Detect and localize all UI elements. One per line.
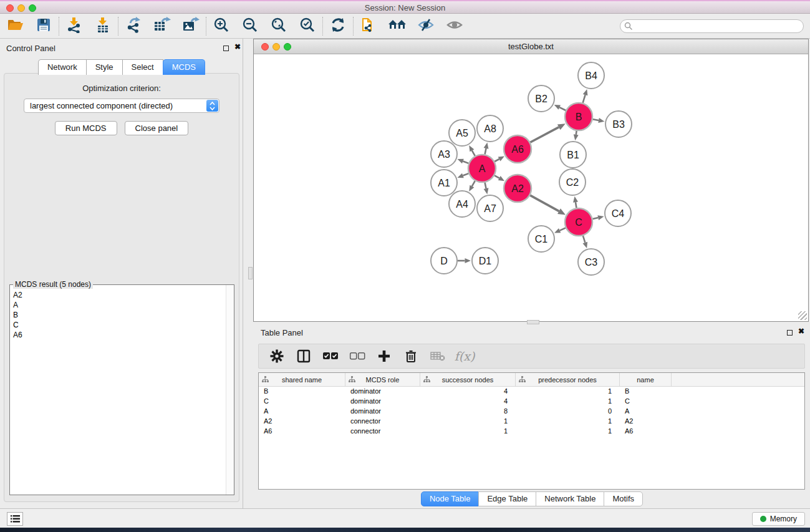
- edge-A-A1[interactable]: [463, 173, 468, 175]
- edge-A-A5[interactable]: [472, 150, 475, 156]
- edge-B-B4[interactable]: [583, 95, 586, 103]
- optimization-criterion-select[interactable]: largest connected component (directed): [24, 99, 219, 113]
- edge-B-B1[interactable]: [576, 131, 577, 135]
- tab-network-table[interactable]: Network Table: [536, 491, 604, 506]
- close-panel-button[interactable]: Close panel: [125, 121, 189, 135]
- column-settings-gear-icon[interactable]: [269, 348, 285, 364]
- search-input[interactable]: [620, 19, 804, 33]
- cell-successor-nodes[interactable]: 4: [420, 397, 516, 407]
- cell-predecessor-nodes[interactable]: 1: [516, 417, 620, 427]
- edge-C-C2[interactable]: [576, 202, 576, 208]
- export-network-button[interactable]: [124, 17, 143, 36]
- cell-mcds-role[interactable]: connector: [345, 427, 420, 437]
- node-table[interactable]: shared nameMCDS rolesuccessor nodesprede…: [258, 372, 805, 490]
- mcds-result-item[interactable]: B: [13, 310, 225, 320]
- cell-name[interactable]: A6: [620, 427, 672, 437]
- edge-A-A6[interactable]: [494, 159, 499, 162]
- tab-mcds[interactable]: MCDS: [163, 59, 205, 75]
- cell-mcds-role[interactable]: dominator: [345, 407, 420, 417]
- cell-mcds-role[interactable]: dominator: [345, 397, 420, 407]
- mcds-result-item[interactable]: A2: [13, 290, 225, 300]
- cell-successor-nodes[interactable]: 1: [420, 417, 516, 427]
- splitpane-grip-horizontal[interactable]: [527, 320, 539, 324]
- cell-predecessor-nodes[interactable]: 1: [516, 387, 620, 397]
- show-panels-button[interactable]: [7, 512, 23, 526]
- column-header-predecessor-nodes[interactable]: predecessor nodes: [516, 373, 620, 386]
- edge-A6-B[interactable]: [530, 127, 559, 142]
- table-row[interactable]: Adominator80A: [259, 407, 804, 417]
- splitpane-grip-vertical[interactable]: [248, 267, 253, 279]
- export-image-button[interactable]: [181, 17, 200, 36]
- cell-shared-name[interactable]: A2: [259, 417, 345, 427]
- edge-B-B2[interactable]: [559, 107, 566, 110]
- function-builder-button[interactable]: f(x): [456, 348, 473, 364]
- import-table-button[interactable]: [94, 17, 112, 36]
- tab-network[interactable]: Network: [38, 59, 87, 75]
- cell-predecessor-nodes[interactable]: 0: [516, 407, 620, 417]
- zoom-selected-button[interactable]: [298, 17, 317, 36]
- tab-edge-table[interactable]: Edge Table: [478, 491, 536, 506]
- column-header-successor-nodes[interactable]: successor nodes: [420, 373, 516, 386]
- edge-C-C4[interactable]: [592, 218, 598, 219]
- tab-style[interactable]: Style: [86, 59, 123, 75]
- column-header-shared-name[interactable]: shared name: [259, 373, 345, 386]
- hide-graphics-details-button[interactable]: [417, 17, 435, 36]
- close-panel-icon[interactable]: ✖: [234, 42, 241, 51]
- mcds-result-scrollbar[interactable]: [226, 285, 234, 495]
- memory-button[interactable]: Memory: [752, 512, 805, 526]
- edge-A-A8[interactable]: [485, 148, 486, 155]
- cell-name[interactable]: C: [620, 397, 672, 407]
- cell-shared-name[interactable]: A: [259, 407, 345, 417]
- refresh-button[interactable]: [329, 17, 347, 36]
- float-panel-icon[interactable]: [223, 46, 229, 51]
- column-header-name[interactable]: name: [620, 373, 672, 386]
- edge-A2-C[interactable]: [530, 195, 559, 211]
- unselect-all-icon[interactable]: [349, 348, 365, 364]
- cell-successor-nodes[interactable]: 4: [420, 387, 516, 397]
- network-canvas[interactable]: B4B2BB3A8A5A6A3B1AC2A1A2A4A7C4CC1C3DD1: [254, 54, 808, 321]
- mcds-result-item[interactable]: A: [13, 300, 225, 310]
- cell-shared-name[interactable]: C: [259, 397, 345, 407]
- cell-successor-nodes[interactable]: 8: [420, 407, 516, 417]
- cell-name[interactable]: B: [620, 387, 672, 397]
- table-row[interactable]: A6connector11A6: [259, 427, 804, 437]
- close-table-panel-icon[interactable]: ✖: [798, 327, 804, 336]
- edge-A-A7[interactable]: [485, 183, 486, 189]
- add-row-icon[interactable]: [376, 348, 392, 364]
- cell-shared-name[interactable]: A6: [259, 427, 345, 437]
- delete-table-icon[interactable]: [430, 348, 446, 364]
- zoom-in-button[interactable]: [212, 17, 231, 36]
- edge-A-A4[interactable]: [472, 181, 475, 186]
- select-all-icon[interactable]: [322, 348, 339, 364]
- cell-name[interactable]: A: [620, 407, 672, 417]
- network-window-titlebar[interactable]: testGlobe.txt: [254, 39, 808, 54]
- column-header-mcds-role[interactable]: MCDS role: [345, 373, 420, 386]
- show-columns-icon[interactable]: [296, 348, 312, 364]
- cell-shared-name[interactable]: B: [259, 387, 345, 397]
- save-session-button[interactable]: [34, 17, 53, 36]
- mcds-result-list[interactable]: A2ABCA6: [11, 289, 225, 494]
- first-neighbors-button[interactable]: [388, 17, 407, 36]
- table-row[interactable]: Cdominator41C: [259, 397, 804, 407]
- edge-A-A3[interactable]: [463, 161, 468, 163]
- zoom-out-button[interactable]: [241, 17, 259, 36]
- cell-mcds-role[interactable]: dominator: [345, 387, 420, 397]
- table-row[interactable]: A2connector11A2: [259, 417, 804, 427]
- cell-successor-nodes[interactable]: 1: [420, 427, 516, 437]
- network-graph[interactable]: B4B2BB3A8A5A6A3B1AC2A1A2A4A7C4CC1C3DD1: [254, 54, 808, 321]
- new-network-from-file-button[interactable]: [359, 17, 378, 36]
- mcds-result-item[interactable]: C: [13, 320, 225, 330]
- zoom-fit-button[interactable]: [269, 17, 288, 36]
- edge-C-C3[interactable]: [583, 236, 585, 243]
- cell-name[interactable]: A2: [620, 417, 672, 427]
- cell-mcds-role[interactable]: connector: [345, 417, 420, 427]
- window-resize-grip[interactable]: [798, 311, 807, 320]
- export-table-button[interactable]: [153, 17, 171, 36]
- tab-node-table[interactable]: Node Table: [421, 491, 480, 506]
- delete-row-trash-icon[interactable]: [403, 348, 419, 364]
- show-graphics-details-button[interactable]: [445, 17, 464, 36]
- run-mcds-button[interactable]: Run MCDS: [55, 121, 117, 135]
- tab-motifs[interactable]: Motifs: [604, 491, 643, 506]
- cell-predecessor-nodes[interactable]: 1: [516, 397, 620, 407]
- import-network-button[interactable]: [65, 17, 84, 36]
